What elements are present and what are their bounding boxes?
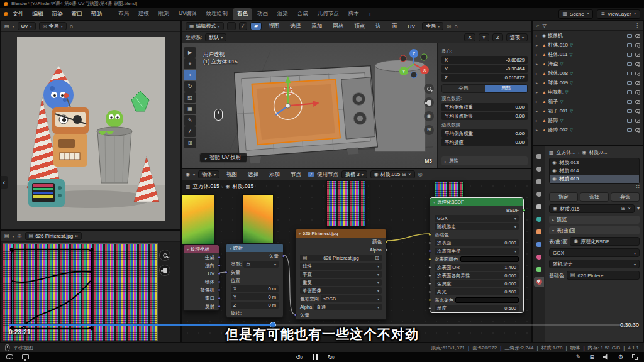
- menu-file[interactable]: 文件: [9, 9, 28, 19]
- preview-section[interactable]: ▸ 预览: [549, 216, 640, 224]
- menu-view[interactable]: 视图: [265, 22, 283, 31]
- unlink-icon[interactable]: ×: [628, 206, 631, 211]
- deselect-button[interactable]: 弃选: [611, 192, 640, 202]
- tab-modifiers[interactable]: [534, 239, 544, 249]
- outliner-row[interactable]: ▸ ▲ 海盗 ▽: [533, 59, 643, 69]
- tab-compositing[interactable]: 合成: [293, 8, 313, 20]
- screen-visibility-icon[interactable]: [627, 43, 632, 47]
- mirror-x-button[interactable]: X: [464, 33, 475, 41]
- mean-vertex-crease-field[interactable]: 平均顶点折痕0.00: [441, 112, 528, 120]
- assign-button[interactable]: 指定: [549, 192, 578, 202]
- tab-geometry-nodes[interactable]: 几何节点: [313, 8, 343, 20]
- outliner-row[interactable]: ▸ ▲ 球体.009 ▽: [533, 78, 643, 87]
- median-y-field[interactable]: Y-0.30464: [441, 65, 528, 73]
- menu-select[interactable]: 选择: [244, 170, 262, 179]
- move-tool[interactable]: +: [184, 70, 196, 80]
- navigation-gizmo[interactable]: Z X Y: [397, 47, 431, 81]
- edge-select-button[interactable]: ∕: [239, 22, 247, 30]
- orientation-default-dropdown[interactable]: 默认▾: [205, 33, 226, 41]
- fullscreen-icon[interactable]: [632, 354, 638, 360]
- outliner-row[interactable]: ▸ ▲ 电视机 ▽: [533, 87, 643, 97]
- image-texture-node[interactable]: ▾626 Pinterest.jpg 颜色 Alpha ▤ 626 Pinter…: [295, 229, 387, 320]
- tab-output[interactable]: [534, 177, 544, 186]
- annotate-tool[interactable]: ✎: [184, 115, 196, 126]
- volume-icon[interactable]: [603, 354, 609, 360]
- pause-button[interactable]: [313, 354, 318, 360]
- render-visibility-icon[interactable]: [635, 109, 640, 113]
- use-nodes-checkbox[interactable]: ✓: [308, 172, 314, 177]
- snap-icon[interactable]: ∩: [70, 24, 74, 29]
- screen-visibility-icon[interactable]: [627, 81, 632, 85]
- tab-world[interactable]: [534, 214, 544, 224]
- menu-add[interactable]: 添加: [265, 170, 284, 179]
- mirror-z-button[interactable]: Z: [492, 33, 503, 41]
- transform-tool[interactable]: ▦: [184, 104, 196, 114]
- edit-icon[interactable]: ✎: [576, 354, 581, 360]
- add-workspace-button[interactable]: +: [364, 9, 376, 20]
- vertex-select-button[interactable]: ∙: [227, 22, 236, 30]
- orientation-dropdown[interactable]: 全局▾: [422, 22, 443, 30]
- distribution-dropdown[interactable]: GGX▾: [549, 248, 640, 257]
- node-header[interactable]: ▾原理化BSDF: [430, 198, 523, 206]
- tab-object-data[interactable]: [534, 265, 544, 274]
- outliner-row[interactable]: ▸ ▲ 球体.008 ▽: [533, 69, 643, 78]
- dropdown-icon[interactable]: ▾: [637, 206, 640, 211]
- panel-collapse-chevron[interactable]: ‹: [0, 176, 8, 189]
- render-visibility-icon[interactable]: [635, 53, 640, 57]
- expand-arrow-icon[interactable]: ▸: [536, 99, 540, 104]
- viewlayer-unlink-icon[interactable]: ×: [633, 11, 636, 16]
- expand-arrow-icon[interactable]: ▸: [536, 33, 540, 38]
- zoom-icon[interactable]: [424, 84, 434, 94]
- tab-modeling[interactable]: 建模: [134, 8, 153, 20]
- screen-visibility-icon[interactable]: [627, 72, 632, 75]
- tab-sculpting[interactable]: 雕刻: [154, 8, 174, 20]
- render-visibility-icon[interactable]: [635, 62, 640, 66]
- tab-shading[interactable]: 着色: [233, 8, 252, 20]
- measure-tool[interactable]: ∠: [184, 126, 196, 137]
- material-datablock-field[interactable]: ◉ 材质.015 ⊞ ×: [549, 204, 635, 213]
- menu-help[interactable]: 帮助: [87, 9, 106, 19]
- pin-icon[interactable]: ◎: [418, 172, 423, 177]
- tab-object[interactable]: [534, 227, 544, 236]
- pivot-icon[interactable]: ◎: [18, 234, 22, 239]
- expand-arrow-icon[interactable]: ▸: [536, 118, 540, 123]
- menu-render[interactable]: 渲染: [48, 9, 67, 19]
- viewport-canvas[interactable]: ▶ ⌖ + ↻ ◱ ▦ ✎ ∠ ⊞ 用户透视 (1) 立方体.015: [182, 43, 531, 168]
- uv-mode-dropdown[interactable]: UV▾: [18, 22, 36, 30]
- menu-vertex[interactable]: 顶点: [350, 22, 369, 31]
- ortho-toggle-icon[interactable]: ⊞: [424, 125, 434, 135]
- zoom-button[interactable]: [159, 250, 170, 261]
- slot-dropdown[interactable]: 插槽 3▾: [341, 170, 367, 178]
- expand-arrow-icon[interactable]: ▸: [536, 52, 540, 57]
- menu-select[interactable]: 选择: [286, 22, 304, 31]
- menu-edge[interactable]: 边: [372, 22, 385, 31]
- material-slot[interactable]: ◉材质.014: [550, 167, 639, 175]
- pan-hand-icon[interactable]: [424, 97, 434, 107]
- mirror-y-button[interactable]: Y: [479, 33, 489, 41]
- hand-button[interactable]: [159, 265, 170, 276]
- screen-visibility-icon[interactable]: [627, 119, 632, 123]
- editor-type-icon[interactable]: ▤: [4, 234, 9, 239]
- tab-scene[interactable]: [534, 202, 544, 211]
- expand-arrow-icon[interactable]: ▸: [536, 71, 540, 75]
- screen-visibility-icon[interactable]: [627, 109, 632, 113]
- viewlayer-selector[interactable]: ≣ ViewLayer ×: [597, 9, 640, 19]
- camera-view-icon[interactable]: ◉: [424, 111, 434, 121]
- subsurface-method-dropdown[interactable]: 随机游走▾: [549, 260, 640, 268]
- blender-menu-icon[interactable]: [4, 12, 8, 16]
- base-color-texture-field[interactable]: ▤ 626 Pintere...: [567, 271, 640, 280]
- menu-face[interactable]: 面: [388, 22, 401, 31]
- select-button[interactable]: 选择: [580, 192, 609, 202]
- material-slot-selected[interactable]: ◉材质.015: [550, 175, 639, 183]
- render-visibility-icon[interactable]: [635, 43, 640, 47]
- skip-forward-button[interactable]: ↻10: [328, 354, 335, 360]
- expand-arrow-icon[interactable]: ▸: [536, 43, 540, 47]
- face-select-button[interactable]: ▰: [250, 22, 262, 30]
- pivot-icon[interactable]: ◎: [447, 24, 451, 29]
- mean-bevel-weight-field[interactable]: 平均倒角权重0.00: [441, 103, 528, 111]
- attributes-section[interactable]: ▸ 属性: [441, 156, 528, 165]
- pivot-dropdown[interactable]: ◎ 全局▾: [39, 22, 67, 30]
- search-icon[interactable]: ⌕: [536, 23, 539, 28]
- skip-back-button[interactable]: ↺10: [296, 354, 303, 360]
- surface-section[interactable]: ▾ 表(曲)面: [549, 226, 640, 234]
